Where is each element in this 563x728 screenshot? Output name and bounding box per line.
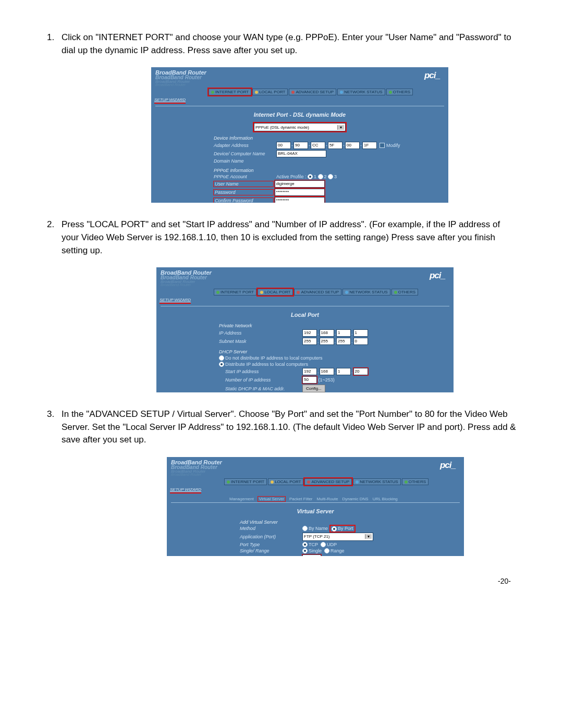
- tab-advanced-setup[interactable]: ADVANCED SETUP: [289, 89, 336, 95]
- profile-3-radio[interactable]: [328, 174, 333, 179]
- num-ip-input[interactable]: 50: [302, 376, 317, 384]
- confirm-password-input[interactable]: ********: [275, 197, 325, 203]
- subnav-virtual-server[interactable]: Virtual Server: [258, 497, 285, 501]
- screenshot-local-port: pci_ BroadBand Router BroadBand Router B…: [156, 267, 454, 392]
- tab-network-status[interactable]: NETWORK STATUS: [337, 89, 385, 95]
- by-port-radio[interactable]: [332, 526, 337, 532]
- dot-icon: [211, 91, 214, 94]
- port-number-input[interactable]: 80: [302, 554, 321, 556]
- tab-others[interactable]: OTHERS: [391, 289, 418, 295]
- nav-tabs: INTERNET PORT LOCAL PORT ADVANCED SETUP …: [224, 478, 464, 485]
- mac-field[interactable]: 00: [345, 142, 360, 149]
- ip-field[interactable]: 168: [320, 329, 334, 337]
- device-name-label: Device/ Computer Name: [214, 151, 276, 156]
- application-select[interactable]: FTP (TCP 21)▾: [302, 533, 373, 541]
- udp-radio[interactable]: [321, 542, 326, 547]
- tab-advanced-setup[interactable]: ADVANCED SETUP: [304, 478, 352, 485]
- dot-icon: [291, 91, 295, 94]
- page-heading: Local Port: [156, 312, 454, 318]
- password-input[interactable]: ********: [275, 189, 325, 196]
- modify-label: Modify: [386, 143, 400, 148]
- tab-others[interactable]: OTHERS: [386, 89, 413, 95]
- pppoe-account-label: PPPoE Account: [214, 174, 276, 179]
- mac-field[interactable]: 5F: [328, 142, 342, 149]
- subnav-management[interactable]: Management: [229, 497, 254, 501]
- tab-network-status[interactable]: NETWORK STATUS: [342, 289, 390, 295]
- subnav-multi-route[interactable]: Multi-Route: [317, 497, 338, 501]
- wan-mode-select[interactable]: PPPoE (DSL dynamic mode)▾: [254, 123, 346, 131]
- dot-icon: [389, 91, 392, 94]
- subnav-url-blocking[interactable]: URL Blocking: [373, 497, 398, 501]
- adapter-address-label: Adapter Address: [214, 143, 276, 148]
- dot-icon: [340, 91, 343, 94]
- range-radio[interactable]: [324, 548, 329, 553]
- dot-icon: [227, 480, 230, 484]
- setup-wizard-link[interactable]: SETUP WIZARD: [170, 487, 201, 493]
- setup-wizard-link[interactable]: SETUP WIZARD: [154, 97, 186, 104]
- dot-icon: [255, 91, 258, 94]
- subnav-packet-filter[interactable]: Packet Filter: [289, 497, 312, 501]
- start-ip-label: Start IP address: [225, 369, 302, 374]
- section-pppoe-info: PPPoE Information: [214, 168, 448, 173]
- by-name-label: By Name: [309, 526, 328, 531]
- tab-local-port[interactable]: LOCAL PORT: [268, 478, 303, 485]
- setup-wizard-link[interactable]: SETUP WIZARD: [160, 298, 191, 304]
- single-radio[interactable]: [302, 548, 308, 553]
- ip-field[interactable]: 192: [302, 329, 317, 337]
- pci-logo: pci_: [424, 70, 440, 81]
- dot-icon: [307, 480, 310, 484]
- device-name-input[interactable]: BRL-04AX: [276, 150, 326, 157]
- profile-1-radio[interactable]: [308, 174, 313, 179]
- mask-field[interactable]: 0: [353, 338, 368, 345]
- start-ip-field[interactable]: 192: [302, 368, 317, 375]
- dhcp-off-radio[interactable]: [219, 355, 224, 361]
- divider: [161, 306, 449, 306]
- modify-checkbox[interactable]: [380, 143, 385, 148]
- tab-internet-port[interactable]: INTERNET PORT: [214, 289, 256, 295]
- section-add-vs: Add Virtual Server: [240, 520, 464, 525]
- dhcp-on-label: Distribute IP address to local computers: [225, 362, 308, 367]
- chevron-down-icon: ▾: [337, 125, 344, 130]
- subnet-mask-label: Subnet Mask: [219, 339, 302, 344]
- tab-internet-port[interactable]: INTERNET PORT: [209, 89, 251, 95]
- step-3-body: In the "ADVANCED SETUP / Virtual Server"…: [62, 408, 516, 447]
- start-ip-field[interactable]: 20: [353, 368, 368, 375]
- mask-field[interactable]: 255: [302, 338, 317, 345]
- mask-field[interactable]: 255: [320, 338, 334, 345]
- tab-others[interactable]: OTHERS: [402, 478, 429, 485]
- dhcp-on-radio[interactable]: [219, 362, 224, 367]
- port-number-label: Port Number: [240, 556, 302, 556]
- dot-icon: [216, 291, 219, 294]
- step-3-num: 3.: [47, 408, 62, 447]
- by-name-radio[interactable]: [302, 526, 308, 531]
- ip-field[interactable]: 1: [353, 329, 368, 337]
- tab-network-status[interactable]: NETWORK STATUS: [353, 478, 400, 485]
- mac-field[interactable]: 00: [276, 142, 291, 149]
- subnav-dynamic-dns[interactable]: Dynamic DNS: [342, 497, 368, 501]
- profile-2-radio[interactable]: [318, 174, 323, 179]
- page-heading: Internet Port - DSL dynamic Mode: [151, 112, 448, 118]
- tab-local-port[interactable]: LOCAL PORT: [252, 89, 288, 95]
- range-label: Range: [331, 548, 345, 553]
- mask-field[interactable]: 255: [336, 338, 351, 345]
- ip-address-label: IP Address: [219, 330, 302, 336]
- start-ip-field[interactable]: 168: [320, 368, 334, 375]
- start-ip-field[interactable]: 1: [336, 368, 351, 375]
- brand-title-4: BroadBand Router: [155, 83, 448, 87]
- dot-icon: [297, 291, 300, 294]
- tab-advanced-setup[interactable]: ADVANCED SETUP: [294, 289, 341, 295]
- config-button[interactable]: Config...: [302, 385, 325, 392]
- mac-field[interactable]: CC: [311, 142, 325, 149]
- dhcp-off-label: Do not distribute IP address to local co…: [225, 355, 322, 361]
- method-label: Method: [240, 526, 302, 531]
- password-label: Password: [214, 190, 273, 195]
- tcp-radio[interactable]: [302, 542, 308, 547]
- section-private-network: Private Network: [219, 323, 454, 328]
- ip-field[interactable]: 1: [336, 329, 351, 337]
- tab-local-port[interactable]: LOCAL PORT: [258, 289, 293, 295]
- username-input[interactable]: digimerge: [275, 180, 325, 188]
- dot-icon: [394, 291, 397, 294]
- tab-internet-port[interactable]: INTERNET PORT: [224, 478, 267, 485]
- mac-field[interactable]: 90: [293, 142, 308, 149]
- mac-field[interactable]: 1F: [362, 142, 377, 149]
